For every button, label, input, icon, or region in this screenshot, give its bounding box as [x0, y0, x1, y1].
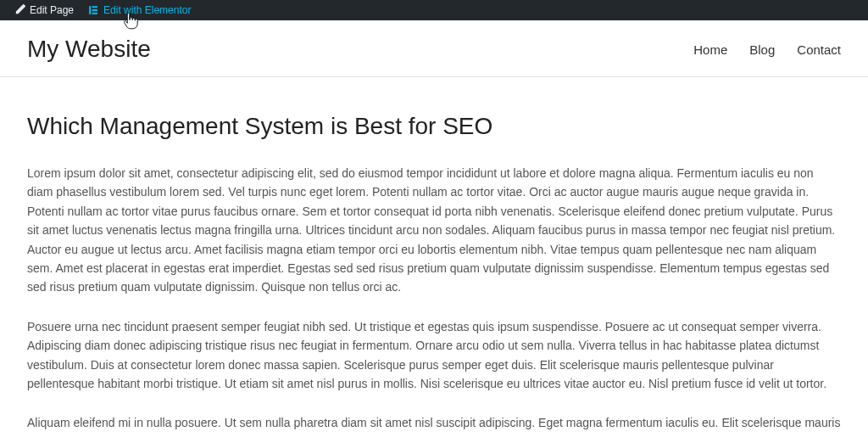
main-content: Which Management System is Best for SEO …: [0, 77, 868, 437]
edit-with-elementor-link[interactable]: Edit with Elementor: [81, 0, 198, 20]
elementor-icon: [87, 4, 99, 16]
wp-admin-bar: Edit Page Edit with Elementor: [0, 0, 868, 20]
svg-rect-1: [92, 6, 97, 8]
svg-rect-0: [89, 6, 91, 14]
svg-rect-3: [92, 13, 97, 14]
edit-page-link[interactable]: Edit Page: [7, 0, 81, 20]
nav-home[interactable]: Home: [693, 42, 727, 57]
svg-rect-2: [92, 9, 97, 11]
article-body: Lorem ipsum dolor sit amet, consectetur …: [27, 164, 841, 437]
article-paragraph: Aliquam eleifend mi in nulla posuere. Ut…: [27, 413, 841, 437]
edit-page-label: Edit Page: [30, 4, 74, 16]
article-paragraph: Lorem ipsum dolor sit amet, consectetur …: [27, 164, 841, 297]
nav-blog[interactable]: Blog: [749, 42, 775, 57]
site-header: My Website Home Blog Contact: [0, 20, 868, 77]
article-title: Which Management System is Best for SEO: [27, 113, 841, 140]
nav-contact[interactable]: Contact: [797, 42, 841, 57]
article-paragraph: Posuere urna nec tincidunt praesent semp…: [27, 317, 841, 394]
primary-nav: Home Blog Contact: [693, 42, 841, 57]
site-title[interactable]: My Website: [27, 36, 151, 63]
pencil-icon: [14, 4, 25, 16]
edit-elementor-label: Edit with Elementor: [103, 4, 191, 16]
